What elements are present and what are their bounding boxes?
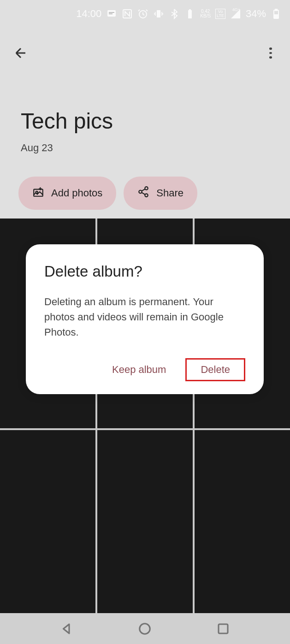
delete-album-dialog: Delete album? Deleting an album is perma… — [26, 244, 264, 394]
dialog-title: Delete album? — [44, 263, 245, 280]
keep-album-button[interactable]: Keep album — [102, 358, 176, 381]
dialog-message: Deleting an album is permanent. Your pho… — [44, 294, 245, 340]
delete-button[interactable]: Delete — [185, 358, 245, 381]
dialog-actions: Keep album Delete — [44, 358, 245, 381]
